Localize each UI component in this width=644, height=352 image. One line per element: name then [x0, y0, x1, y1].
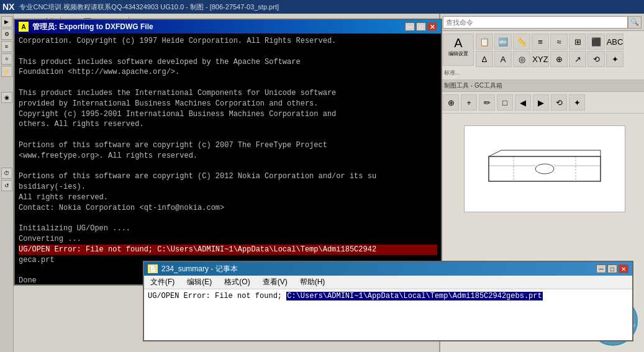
rp-icon-1[interactable]: 📋	[476, 34, 493, 50]
notepad-help-menu[interactable]: 帮助(H)	[297, 276, 328, 289]
console-body: Corporation. Copyright (c) 1997 Heide Co…	[15, 34, 441, 284]
console-line-blank4	[19, 161, 437, 172]
console-error-line-1: UG/OPEN Error: File not found; C:\Users\…	[19, 245, 437, 255]
rp-icon-15[interactable]: ⟲	[587, 51, 605, 67]
svg-point-6	[535, 164, 554, 174]
console-line-3: Foundation <http://www.apache.org/>.	[19, 67, 437, 78]
rp-icon-16[interactable]: ✦	[606, 51, 624, 67]
ribbon-area-2: ⊕ + ✏ □ ◀ ▶ ⟲ ✦	[440, 92, 644, 114]
rp2-icon-1[interactable]: ⊕	[443, 94, 459, 111]
sidebar-btn-2[interactable]: ⚙	[1, 29, 12, 40]
console-line-1: Corporation. Copyright (c) 1997 Heide Co…	[19, 36, 437, 47]
rp-icon-6[interactable]: ⊞	[569, 34, 586, 50]
rp-icon-8[interactable]: ABC	[606, 34, 624, 50]
console-line-8: Portions of this software are copyright …	[19, 140, 437, 151]
left-sidebar: ▶ ⚙ ≡ ✧ ⚡ ◉ ⏱ ↺	[0, 14, 14, 352]
console-line-7: others. All rights reserved.	[19, 119, 437, 130]
sidebar-btn-refresh[interactable]: ↺	[1, 180, 12, 191]
rp-icon-10[interactable]: A	[494, 51, 512, 67]
console-minimize-button[interactable]: ─	[405, 22, 415, 31]
notepad-window: 📄 234_summary - 记事本 ─ □ ✕ 文件(F) 编辑(E) 格式…	[143, 261, 633, 341]
rp-icon-5[interactable]: ≈	[550, 34, 568, 50]
notepad-titlebar: 📄 234_summary - 记事本 ─ □ ✕	[144, 262, 632, 276]
ribbon-label-1: 标准...	[444, 69, 460, 77]
sidebar-btn-6[interactable]: ◉	[1, 92, 12, 103]
console-line-blank5	[19, 214, 437, 224]
console-close-button[interactable]: ✕	[427, 22, 437, 31]
notepad-maximize-button[interactable]: □	[607, 264, 617, 273]
rp2-icon-2[interactable]: +	[461, 94, 477, 111]
search-button[interactable]: 🔍	[628, 16, 642, 29]
console-icon: A	[19, 22, 29, 32]
sidebar-btn-1[interactable]: ▶	[1, 16, 12, 27]
nx-logo: NX	[2, 2, 14, 12]
rp-icon-12[interactable]: XYZ	[532, 51, 549, 67]
console-line-blank1	[19, 47, 437, 57]
svg-rect-0	[489, 156, 601, 181]
rp-icon-4[interactable]: ≡	[532, 34, 549, 50]
part-drawing	[483, 144, 607, 194]
rp-icon-13[interactable]: ⊕	[550, 51, 568, 67]
console-line-6: Copyright (c) 1995-2001 International Bu…	[19, 109, 437, 120]
notepad-format-menu[interactable]: 格式(O)	[222, 276, 252, 289]
console-line-12: All rights reserved.	[19, 192, 437, 203]
sidebar-btn-4[interactable]: ✧	[1, 53, 12, 65]
notepad-error-text: UG/OPEN Error: File not found;	[148, 292, 286, 300]
console-line-blank3	[19, 130, 437, 140]
console-line-15: Converting ...	[19, 234, 437, 245]
rp-icon-9[interactable]: ∆	[476, 51, 493, 67]
ribbon-icon-grid: 📋 🔤 📏 ≡ ≈ ⊞ ⬛ ABC ∆ A ◎ XYZ ⊕	[476, 34, 642, 67]
edit-settings-label: 编辑设置	[448, 50, 468, 57]
console-line-14: Initializing UG/Open ....	[19, 223, 437, 234]
console-title: 管理员: Exporting to DXFDWG File	[32, 22, 404, 32]
section-title: 制图工具 - GC工具箱	[440, 80, 644, 92]
rp2-icon-8[interactable]: ✦	[569, 94, 585, 111]
rp-icon-3[interactable]: 📏	[513, 34, 530, 50]
ribbon-row-2: ⊕ + ✏ □ ◀ ▶ ⟲ ✦	[443, 94, 642, 111]
sidebar-btn-3[interactable]: ≡	[1, 41, 12, 52]
console-line-2: This product includes software developed…	[19, 57, 437, 68]
section-title-text: 制图工具 - GC工具箱	[444, 81, 502, 90]
notepad-edit-menu[interactable]: 编辑(E)	[184, 276, 214, 289]
ribbon-area: A 编辑设置 📋 🔤 📏 ≡ ≈ ⊞ ⬛ ABC ∆	[440, 31, 644, 80]
right-panel-header: 🔍	[440, 14, 644, 31]
rp2-icon-4[interactable]: □	[497, 94, 513, 111]
sidebar-btn-clock[interactable]: ⏱	[1, 168, 12, 179]
notepad-body: UG/OPEN Error: File not found; C:\Users\…	[144, 289, 632, 340]
ribbon-section-label: 标准...	[443, 69, 642, 77]
ribbon-btn-edit-settings[interactable]: A 编辑设置	[443, 34, 474, 66]
console-line-5: provided by International Business Machi…	[19, 99, 437, 109]
console-line-13: Contact: Nokia Corporation <qt-info@noki…	[19, 203, 437, 214]
canvas-area	[464, 125, 625, 212]
rp-icon-14[interactable]: ↗	[569, 51, 586, 67]
notepad-menubar: 文件(F) 编辑(E) 格式(O) 查看(V) 帮助(H)	[144, 276, 632, 289]
notepad-title: 234_summary - 记事本	[161, 264, 378, 274]
svg-line-1	[489, 150, 501, 156]
console-line-10: Portions of this software are copyright …	[19, 171, 437, 182]
notepad-close-button[interactable]: ✕	[619, 264, 628, 273]
rp2-icon-3[interactable]: ✏	[479, 94, 495, 111]
console-window: A 管理员: Exporting to DXFDWG File ─ □ ✕ Co…	[14, 19, 442, 286]
sidebar-btn-5[interactable]: ⚡	[1, 66, 12, 77]
ribbon-icon-row1: 📋 🔤 📏 ≡ ≈ ⊞ ⬛ ABC	[476, 34, 642, 50]
title-bar: NX 专业CNC培训.视频教程请联系QQ-434324903 UG10.0 - …	[0, 0, 644, 14]
notepad-view-menu[interactable]: 查看(V)	[260, 276, 290, 289]
rp-icon-7[interactable]: ⬛	[587, 34, 605, 50]
notepad-file-menu[interactable]: 文件(F)	[148, 276, 177, 289]
ribbon-icon-row2: ∆ A ◎ XYZ ⊕ ↗ ⟲ ✦	[476, 51, 642, 67]
search-input[interactable]	[443, 16, 628, 29]
rp2-icon-5[interactable]: ◀	[515, 94, 531, 111]
top-bar-title: 专业CNC培训.视频教程请联系QQ-434324903 UG10.0 - 制图 …	[19, 2, 279, 12]
console-line-4: This product includes the International …	[19, 88, 437, 99]
rp2-icon-7[interactable]: ⟲	[551, 94, 567, 111]
console-line-11: bsidiary(-ies).	[19, 182, 437, 192]
console-maximize-button[interactable]: □	[416, 22, 426, 31]
notepad-icon: 📄	[148, 264, 158, 273]
rp-icon-11[interactable]: ◎	[513, 51, 530, 67]
rp-icon-2[interactable]: 🔤	[494, 34, 512, 50]
console-line-9: <www.freetype.org>. All rights reserved.	[19, 151, 437, 161]
notepad-minimize-button[interactable]: ─	[596, 264, 606, 273]
rp2-icon-6[interactable]: ▶	[533, 94, 549, 111]
edit-settings-icon: A	[454, 36, 462, 50]
console-line-blank2	[19, 78, 437, 88]
